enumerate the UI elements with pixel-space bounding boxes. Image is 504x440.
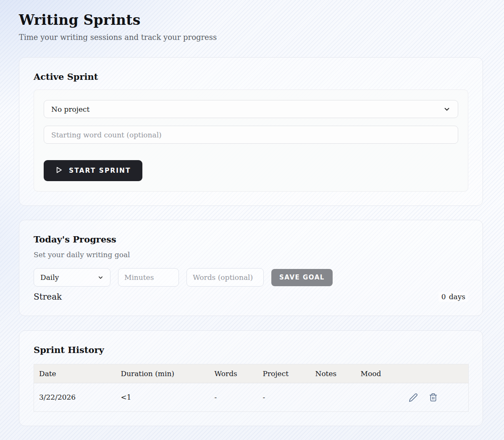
- chevron-down-icon: [443, 105, 451, 113]
- header-duration: Duration (min): [116, 364, 210, 383]
- active-sprint-heading: Active Sprint: [34, 71, 468, 82]
- streak-unit: days: [449, 292, 465, 301]
- goal-type-select[interactable]: Daily: [34, 268, 110, 287]
- page-subtitle: Time your writing sessions and track you…: [19, 33, 483, 42]
- streak-label: Streak: [34, 292, 62, 302]
- cell-notes: [310, 383, 356, 412]
- sprint-history-card: Sprint History Date Duration (min) Words…: [19, 330, 483, 426]
- page: Writing Sprints Time your writing sessio…: [19, 0, 483, 426]
- goal-subtitle: Set your daily writing goal: [34, 250, 468, 259]
- goal-type-value: Daily: [40, 273, 59, 282]
- table-header-row: Date Duration (min) Words Project Notes …: [34, 364, 469, 383]
- streak-count: 0: [441, 292, 446, 301]
- cell-duration: <1: [116, 383, 210, 412]
- header-project: Project: [258, 364, 310, 383]
- delete-sprint-button[interactable]: [429, 393, 438, 402]
- goal-controls-row: Daily SAVE GOAL: [34, 268, 468, 287]
- starting-word-count-input[interactable]: [44, 126, 458, 144]
- cell-project: -: [258, 383, 310, 412]
- active-sprint-card: Active Sprint No project START SPRINT: [19, 57, 483, 206]
- chevron-down-icon: [97, 274, 104, 281]
- sprint-history-table: Date Duration (min) Words Project Notes …: [34, 364, 469, 412]
- header-mood: Mood: [356, 364, 404, 383]
- header-date: Date: [34, 364, 116, 383]
- trash-icon: [429, 393, 438, 402]
- save-goal-button[interactable]: SAVE GOAL: [271, 269, 333, 286]
- play-icon: [55, 166, 63, 176]
- words-input[interactable]: [186, 268, 264, 287]
- start-sprint-label: START SPRINT: [69, 167, 131, 174]
- sprint-setup-panel: No project START SPRINT: [34, 90, 468, 192]
- cell-words: -: [210, 383, 258, 412]
- header-actions: [404, 364, 469, 383]
- start-sprint-button[interactable]: START SPRINT: [44, 160, 142, 181]
- cell-actions: [404, 383, 469, 412]
- streak-value: 0days: [438, 292, 468, 302]
- streak-row: Streak 0days: [34, 292, 468, 302]
- todays-progress-card: Today's Progress Set your daily writing …: [19, 220, 483, 316]
- header-words: Words: [210, 364, 258, 383]
- sprint-history-heading: Sprint History: [34, 345, 468, 355]
- header-notes: Notes: [310, 364, 356, 383]
- page-title: Writing Sprints: [19, 12, 483, 28]
- table-row: 3/22/2026 <1 - -: [34, 383, 469, 412]
- minutes-input[interactable]: [118, 268, 179, 287]
- todays-progress-heading: Today's Progress: [34, 234, 468, 245]
- cell-date: 3/22/2026: [34, 383, 116, 412]
- edit-sprint-button[interactable]: [409, 393, 418, 402]
- project-select-value: No project: [51, 105, 89, 113]
- project-select[interactable]: No project: [44, 100, 458, 118]
- cell-mood: [356, 383, 404, 412]
- pencil-icon: [409, 393, 418, 402]
